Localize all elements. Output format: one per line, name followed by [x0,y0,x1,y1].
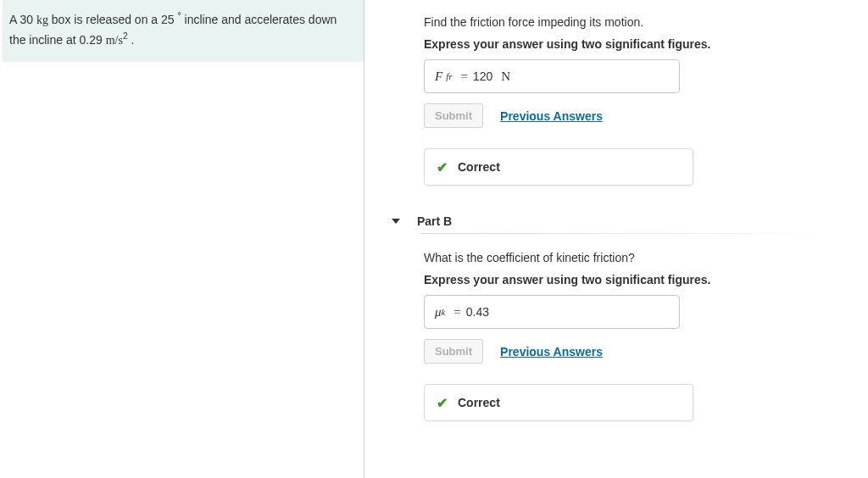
check-icon: ✔ [437,159,448,175]
part-a-feedback: ✔ Correct [424,148,693,186]
part-a-symbol-sub: fr [446,71,452,81]
part-b-feedback: ✔ Correct [424,384,693,421]
accel-unit-base: m/s [106,34,123,47]
problem-panel: A 30 kg box is released on a 25 ° inclin… [0,0,364,478]
part-b-format: Express your answer using two significan… [424,273,849,286]
part-b-section: What is the coefficient of kinetic frict… [424,251,849,421]
part-a-value: 120 [473,69,492,83]
part-b-actions: Submit Previous Answers [424,339,849,364]
problem-text-4: . [128,33,135,47]
part-b-title: Part B [417,214,452,228]
part-a-actions: Submit Previous Answers [424,103,849,128]
submit-button[interactable]: Submit [424,103,483,128]
part-b-symbol: μ [435,305,442,320]
answer-panel: Find the friction force impeding its mot… [364,0,868,478]
part-a-format: Express your answer using two significan… [424,37,849,51]
feedback-text: Correct [458,160,500,174]
check-icon: ✔ [437,395,448,411]
part-b-symbol-sub: k [442,307,446,317]
problem-text-1: A 30 [9,13,36,26]
problem-text-2: box is released on a 25 [48,13,178,26]
part-a-symbol: F [435,69,442,84]
submit-button[interactable]: Submit [424,339,483,364]
equals-sign: = [453,305,460,320]
problem-statement: A 30 kg box is released on a 25 ° inclin… [0,0,364,62]
part-b-prompt: What is the coefficient of kinetic frict… [424,251,849,264]
part-a-unit: N [501,69,510,84]
previous-answers-link[interactable]: Previous Answers [500,345,603,358]
part-b-divider [420,233,827,234]
feedback-text: Correct [458,396,500,409]
equals-sign: = [460,69,467,84]
part-a-section: Find the friction force impeding its mot… [424,15,849,186]
part-b-answer-box[interactable]: μk = 0.43 [424,295,680,329]
chevron-down-icon [392,219,400,224]
part-b-header-row[interactable]: Part B [392,214,849,228]
mass-unit: kg [36,14,48,26]
previous-answers-link[interactable]: Previous Answers [500,109,603,123]
part-a-answer-box[interactable]: Ffr = 120 N [424,59,680,93]
part-b-value: 0.43 [466,305,489,319]
part-a-prompt: Find the friction force impeding its mot… [424,15,849,29]
